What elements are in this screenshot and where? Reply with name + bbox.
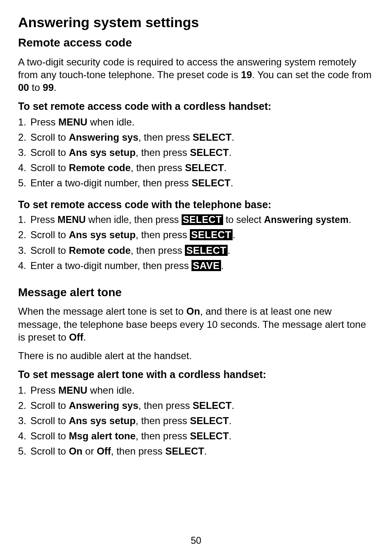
handset-steps-list: Press MENU when idle. Scroll to Answerin… <box>18 116 374 190</box>
text: . <box>224 162 227 173</box>
text: Scroll to <box>30 245 69 256</box>
text: , then press <box>111 446 165 457</box>
list-item: Scroll to Ans sys setup, then press SELE… <box>18 414 374 427</box>
text: , then press <box>131 162 185 173</box>
text: Scroll to <box>30 132 69 143</box>
alert-handset-steps-list: Press MENU when idle. Scroll to Answerin… <box>18 384 374 458</box>
softkey-select: SELECT <box>190 229 233 240</box>
menu-item: Ans sys setup <box>69 415 136 426</box>
list-item: Scroll to Remote code, then press SELECT… <box>18 244 374 257</box>
text: . <box>229 430 232 441</box>
key-menu: MENU <box>58 214 86 225</box>
softkey-save: SAVE <box>191 260 221 271</box>
text: , then press <box>138 400 193 411</box>
list-item: Press MENU when idle. <box>18 384 374 397</box>
text: Scroll to <box>30 415 69 426</box>
code-max: 99 <box>43 82 54 93</box>
menu-item: Remote code <box>69 162 131 173</box>
text: . <box>221 260 224 271</box>
page-number: 50 <box>0 535 392 547</box>
menu-item: Ans sys setup <box>69 229 136 240</box>
text: , then press <box>136 430 190 441</box>
key-select: SELECT <box>165 446 204 457</box>
menu-item: Msg alert tone <box>69 430 136 441</box>
section-heading-message-alert: Message alert tone <box>18 285 374 300</box>
text: . <box>232 132 235 143</box>
list-item: Enter a two-digit number, then press SEL… <box>18 176 374 189</box>
text: or <box>83 446 97 457</box>
key-select: SELECT <box>190 430 229 441</box>
value-on: On <box>187 306 200 317</box>
subheading-base: To set remote access code with the telep… <box>18 198 374 211</box>
text: Press <box>30 385 58 396</box>
text: . <box>229 415 232 426</box>
alert-paragraph-2: There is no audible alert at the handset… <box>18 349 374 362</box>
text: When the message alert tone is set to <box>18 306 187 317</box>
text: to select <box>223 214 264 225</box>
key-select: SELECT <box>190 415 229 426</box>
key-select: SELECT <box>193 400 232 411</box>
softkey-select: SELECT <box>182 214 223 225</box>
list-item: Scroll to Msg alert tone, then press SEL… <box>18 429 374 442</box>
text: when idle. <box>88 385 135 396</box>
text: Scroll to <box>30 162 69 173</box>
text: . <box>231 177 233 188</box>
menu-item: Answering sys <box>69 400 138 411</box>
menu-item: Ans sys setup <box>69 147 136 158</box>
value-off: Off <box>97 446 111 457</box>
text: . You can set the code from <box>252 69 371 80</box>
text: . <box>233 229 235 240</box>
list-item: Press MENU when idle, then press SELECT … <box>18 214 374 226</box>
text: Scroll to <box>30 229 69 240</box>
menu-item: Answering sys <box>69 132 138 143</box>
code-min: 00 <box>18 82 29 93</box>
intro-paragraph: A two-digit security code is required to… <box>18 56 374 94</box>
list-item: Scroll to Remote code, then press SELECT… <box>18 161 374 174</box>
subheading-handset: To set remote access code with a cordles… <box>18 100 374 113</box>
text: . <box>348 214 351 225</box>
text: Press <box>30 214 58 225</box>
key-menu: MENU <box>58 385 88 396</box>
key-select: SELECT <box>190 147 229 158</box>
text: . <box>83 332 86 343</box>
text: , then press <box>136 147 190 158</box>
value-on: On <box>69 446 82 457</box>
subheading-alert-handset: To set message alert tone with a cordles… <box>18 368 374 381</box>
key-select: SELECT <box>191 177 231 188</box>
base-steps-list: Press MENU when idle, then press SELECT … <box>18 214 374 272</box>
key-select: SELECT <box>193 132 232 143</box>
list-item: Scroll to On or Off, then press SELECT. <box>18 445 374 457</box>
text: , then press <box>136 229 190 240</box>
text: , then press <box>131 245 185 256</box>
list-item: Scroll to Answering sys, then press SELE… <box>18 399 374 412</box>
text: when idle, then press <box>86 214 182 225</box>
text: Press <box>30 116 58 128</box>
value-off: Off <box>69 332 83 343</box>
menu-item: Remote code <box>69 245 131 256</box>
text: Enter a two-digit number, then press <box>30 177 191 188</box>
list-item: Press MENU when idle. <box>18 116 374 128</box>
text: . <box>229 147 232 158</box>
page-title: Answering system settings <box>18 13 374 31</box>
text: Enter a two-digit number, then press <box>30 260 191 271</box>
list-item: Scroll to Answering sys, then press SELE… <box>18 131 374 144</box>
list-item: Enter a two-digit number, then press SAV… <box>18 259 374 272</box>
text: . <box>204 446 207 457</box>
text: Scroll to <box>30 147 69 158</box>
text: . <box>228 245 231 256</box>
text: Scroll to <box>30 400 69 411</box>
key-select: SELECT <box>185 162 224 173</box>
text: . <box>54 82 57 93</box>
key-menu: MENU <box>58 116 88 128</box>
section-heading-remote-access: Remote access code <box>18 35 374 50</box>
softkey-select: SELECT <box>185 245 228 256</box>
menu-item: Answering system <box>264 214 348 225</box>
text: , then press <box>136 415 190 426</box>
alert-paragraph-1: When the message alert tone is set to On… <box>18 305 374 343</box>
text: . <box>232 400 235 411</box>
text: Scroll to <box>30 446 69 457</box>
preset-code: 19 <box>241 69 252 80</box>
list-item: Scroll to Ans sys setup, then press SELE… <box>18 146 374 159</box>
text: when idle. <box>88 116 135 128</box>
text: to <box>29 82 43 93</box>
